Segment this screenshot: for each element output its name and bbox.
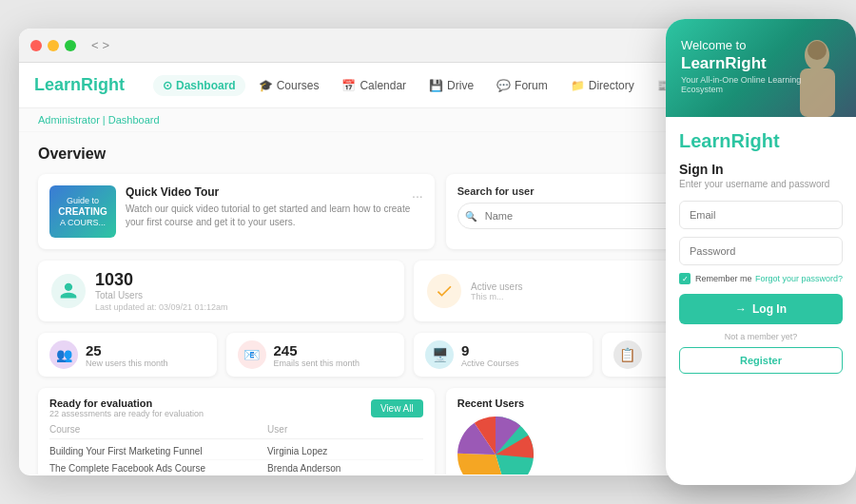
mobile-welcome-text: Welcome to <box>681 38 841 52</box>
drive-icon: 💾 <box>429 79 443 92</box>
courses-icon: 🎓 <box>259 79 273 92</box>
forgot-password-link[interactable]: Forgot your password? <box>755 274 843 283</box>
login-icon: → <box>735 302 747 316</box>
register-button[interactable]: Register <box>679 347 843 374</box>
mobile-logo-accent: Right <box>730 130 779 151</box>
active-courses-icon: 🖥️ <box>425 340 454 369</box>
thumbnail-line3: A COURS... <box>58 218 107 228</box>
dashboard-icon: ⊙ <box>163 79 172 92</box>
mobile-header: Welcome to LearnRight Your All-in-One On… <box>666 19 856 117</box>
total-users-card: 1030 Total Users Last updated at: 03/09/… <box>38 261 404 321</box>
logo-text-accent: Right <box>81 75 125 94</box>
user-cell: Virginia Lopez <box>267 446 423 456</box>
nav-calendar-label: Calendar <box>360 79 406 92</box>
mobile-logo: LearnRight <box>679 130 843 152</box>
total-users-info: 1030 Total Users Last updated at: 03/09/… <box>95 270 391 312</box>
eval-header: Ready for evaluation 22 assessments are … <box>49 397 423 418</box>
new-users-value: 25 <box>86 342 168 359</box>
eval-table-header: Course User <box>49 424 423 439</box>
login-button[interactable]: → Log In <box>679 294 843 324</box>
forward-arrow[interactable]: > <box>103 38 110 52</box>
maximize-traffic-light[interactable] <box>65 40 76 51</box>
mobile-overlay: Welcome to LearnRight Your All-in-One On… <box>666 19 856 485</box>
video-info: Quick Video Tour ... Watch our quick vid… <box>126 185 423 229</box>
password-input[interactable] <box>679 237 843 265</box>
eval-subtitle: 22 assessments are ready for evaluation <box>49 409 204 418</box>
nav-forum[interactable]: 💬 Forum <box>487 75 557 96</box>
forum-icon: 💬 <box>496 79 511 92</box>
eval-title: Ready for evaluation <box>49 397 204 409</box>
user-cell: Brenda Anderson <box>267 463 423 474</box>
email-input[interactable] <box>679 201 843 229</box>
emails-label: Emails sent this month <box>274 359 360 368</box>
nav-calendar[interactable]: 📅 Calendar <box>332 75 416 96</box>
calendar-icon: 📅 <box>341 79 356 92</box>
total-users-label: Total Users <box>95 290 391 300</box>
thumbnail-line2: CREATING <box>58 206 107 218</box>
new-users-icon: 👥 <box>49 340 78 369</box>
view-all-button[interactable]: View All <box>371 399 423 417</box>
back-arrow[interactable]: < <box>91 38 99 52</box>
directory-icon: 📁 <box>571 79 585 92</box>
eval-table: Course User Building Your First Marketin… <box>49 424 423 475</box>
sign-in-subtitle: Enter your username and password <box>679 179 843 189</box>
video-thumbnail[interactable]: Guide to CREATING A COURS... <box>49 185 116 238</box>
course-cell: Building Your First Marketing Funnel <box>49 446 267 456</box>
active-courses-value: 9 <box>461 342 519 359</box>
user-column-header: User <box>267 424 423 435</box>
evaluation-card: Ready for evaluation 22 assessments are … <box>38 388 435 475</box>
nav-courses[interactable]: 🎓 Courses <box>249 75 329 96</box>
new-users-info: 25 New users this month <box>86 342 168 368</box>
emails-info: 245 Emails sent this month <box>274 342 360 368</box>
eval-title-group: Ready for evaluation 22 assessments are … <box>49 397 204 418</box>
nav-directory[interactable]: 📁 Directory <box>561 75 644 96</box>
minimize-traffic-light[interactable] <box>48 40 59 51</box>
emails-stat: 📧 245 Emails sent this month <box>226 333 405 377</box>
nav-courses-label: Courses <box>277 79 320 92</box>
remember-row: ✓ Remember me Forgot your password? <box>679 273 843 284</box>
nav-drive-label: Drive <box>447 79 474 92</box>
active-courses-info: 9 Active Courses <box>461 342 519 368</box>
remember-checkbox[interactable]: ✓ <box>679 273 691 284</box>
nav-drive[interactable]: 💾 Drive <box>419 75 483 96</box>
emails-icon: 📧 <box>238 340 266 369</box>
active-courses-stat: 🖥️ 9 Active Courses <box>414 333 593 377</box>
not-member-text: Not a member yet? <box>679 332 843 341</box>
video-description: Watch our quick video tutorial to get st… <box>126 203 423 229</box>
new-users-label: New users this month <box>86 359 168 368</box>
main-nav: ⊙ Dashboard 🎓 Courses 📅 Calendar 💾 Drive… <box>153 75 713 96</box>
video-card: Guide to CREATING A COURS... Quick Video… <box>38 174 435 249</box>
total-users-value: 1030 <box>95 270 391 290</box>
pie-chart <box>457 417 534 475</box>
close-traffic-light[interactable] <box>30 40 42 51</box>
login-label: Log In <box>752 302 787 316</box>
nav-arrows: < > <box>91 38 109 52</box>
table-row: The Complete Facebook Ads Course Brenda … <box>49 460 423 475</box>
nav-dashboard-label: Dashboard <box>176 79 236 92</box>
search-icon: 🔍 <box>465 211 477 222</box>
mobile-tagline: Your All-in-One Online Learning Ecosyste… <box>681 75 841 94</box>
video-menu-button[interactable]: ... <box>412 185 423 201</box>
traffic-lights <box>30 40 76 51</box>
breadcrumb-current: Dashboard <box>108 114 160 126</box>
table-row: Building Your First Marketing Funnel Vir… <box>49 443 423 460</box>
new-users-stat: 👥 25 New users this month <box>38 333 217 377</box>
active-courses-label: Active Courses <box>461 359 519 368</box>
nav-forum-label: Forum <box>515 79 548 92</box>
video-title: Quick Video Tour <box>126 185 219 199</box>
nav-dashboard[interactable]: ⊙ Dashboard <box>153 75 245 96</box>
sign-in-title: Sign In <box>679 162 843 177</box>
emails-value: 245 <box>274 342 360 359</box>
mobile-body: LearnRight Sign In Enter your username a… <box>666 117 856 485</box>
course-cell: The Complete Facebook Ads Course <box>49 463 267 474</box>
mobile-welcome-brand: LearnRight <box>681 54 841 73</box>
svg-point-3 <box>477 436 515 474</box>
logo-text-main: Learn <box>34 75 81 94</box>
total-users-updated: Last updated at: 03/09/21 01:12am <box>95 302 391 312</box>
misc-icon: 📋 <box>613 340 642 369</box>
app-logo: LearnRight <box>34 75 125 95</box>
course-column-header: Course <box>49 424 267 435</box>
nav-directory-label: Directory <box>589 79 634 92</box>
breadcrumb-admin: Administrator <box>38 114 100 126</box>
remember-left: ✓ Remember me <box>679 273 752 284</box>
